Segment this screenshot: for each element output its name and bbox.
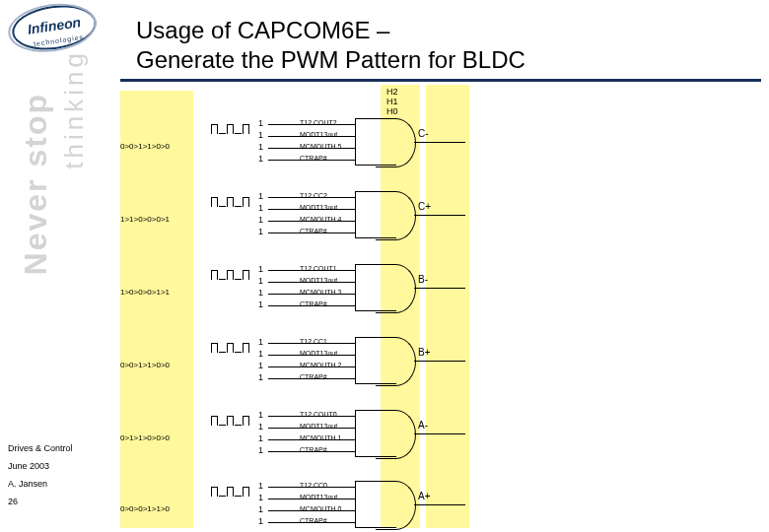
sidebar-slogan-large: Never stop <box>18 93 54 275</box>
highlight-band-3 <box>426 85 469 528</box>
bldc-diagram: H2 H1 H0 T12.COUT21MODT13out1MCMOUTH.51C… <box>120 85 544 530</box>
label-h2: H2 <box>386 87 398 97</box>
footer-meta: Drives & Control June 2003 A. Jansen 26 <box>8 443 73 514</box>
title-rule <box>120 79 761 82</box>
page-title: Usage of CAPCOM6E – Generate the PWM Pat… <box>136 16 525 75</box>
sidebar-slogan-small: thinking <box>59 49 90 169</box>
label-h1: H1 <box>386 97 398 106</box>
logo-subtext: technologies <box>34 33 85 47</box>
infineon-logo: Infineon technologies <box>12 6 97 49</box>
label-h0: H0 <box>386 106 398 116</box>
highlight-band-1 <box>120 91 193 528</box>
logo-text: Infineon <box>27 14 82 36</box>
